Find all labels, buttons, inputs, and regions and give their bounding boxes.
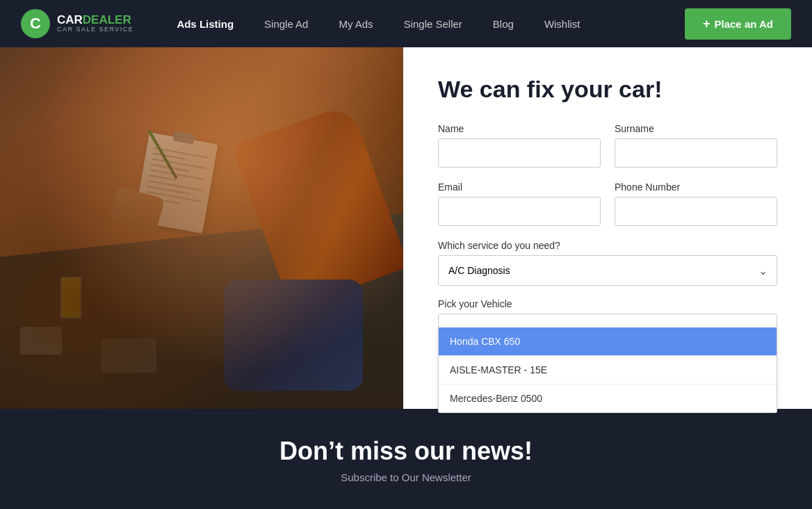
logo[interactable]: C CAR DEALER CAR SALE SERVICE bbox=[21, 9, 133, 38]
nav-ads-listing[interactable]: Ads Listing bbox=[161, 0, 249, 47]
surname-label: Surname bbox=[615, 123, 777, 134]
phone-label: Phone Number bbox=[615, 181, 777, 193]
logo-sub: CAR SALE SERVICE bbox=[57, 26, 133, 33]
service-select[interactable]: A/C Diagnosis Oil Change Brake Repair Ti… bbox=[438, 255, 777, 286]
vehicle-option-aisle[interactable]: AISLE-MASTER - 15E bbox=[439, 355, 777, 384]
logo-text: CAR DEALER CAR SALE SERVICE bbox=[57, 14, 133, 34]
name-field: Name bbox=[438, 123, 601, 168]
navbar: C CAR DEALER CAR SALE SERVICE Ads Listin… bbox=[0, 0, 812, 47]
email-input[interactable] bbox=[438, 197, 601, 226]
vehicle-option-mercedes[interactable]: Mercedes-Benz 0500 bbox=[439, 384, 777, 412]
logo-car: CAR bbox=[57, 14, 83, 27]
surname-input[interactable] bbox=[615, 138, 777, 168]
logo-dealer: DEALER bbox=[83, 14, 131, 27]
nav-single-seller[interactable]: Single Seller bbox=[389, 0, 478, 47]
newsletter-subtitle: Subscribe to Our Newsletter bbox=[14, 471, 798, 483]
service-label: Which service do you need? bbox=[438, 240, 777, 251]
name-label: Name bbox=[438, 123, 601, 134]
place-ad-label: Place an Ad bbox=[715, 18, 773, 30]
name-input[interactable] bbox=[438, 138, 601, 168]
form-panel: We can fix your car! Name Surname Email … bbox=[403, 47, 812, 409]
email-phone-row: Email Phone Number bbox=[438, 181, 777, 226]
nav-links: Ads Listing Single Ad My Ads Single Sell… bbox=[161, 0, 685, 47]
vehicle-picker: Pick your Vehicle Honda CBX 650 AISLE-MA… bbox=[438, 298, 777, 343]
vehicle-dropdown: Honda CBX 650 AISLE-MASTER - 15E Mercede… bbox=[438, 328, 777, 413]
email-label: Email bbox=[438, 181, 601, 193]
nav-wishlist[interactable]: Wishlist bbox=[529, 0, 596, 47]
phone-input[interactable] bbox=[615, 197, 777, 226]
nav-single-ad[interactable]: Single Ad bbox=[249, 0, 323, 47]
main-section: We can fix your car! Name Surname Email … bbox=[0, 47, 812, 409]
service-wrapper: Which service do you need? A/C Diagnosis… bbox=[438, 240, 777, 286]
phone-field: Phone Number bbox=[615, 181, 777, 226]
email-field: Email bbox=[438, 181, 601, 226]
vehicle-option-honda[interactable]: Honda CBX 650 bbox=[439, 328, 777, 355]
newsletter-title: Don’t miss our news! bbox=[14, 437, 798, 466]
form-title: We can fix your car! bbox=[438, 75, 777, 104]
vehicle-label: Pick your Vehicle bbox=[438, 298, 777, 309]
service-select-wrapper: A/C Diagnosis Oil Change Brake Repair Ti… bbox=[438, 255, 777, 286]
place-ad-button[interactable]: + Place an Ad bbox=[685, 8, 791, 40]
nav-blog[interactable]: Blog bbox=[478, 0, 529, 47]
plus-icon: + bbox=[703, 17, 710, 31]
newsletter-section: Don’t miss our news! Subscribe to Our Ne… bbox=[0, 409, 812, 509]
scene-overlay bbox=[0, 47, 403, 409]
nav-my-ads[interactable]: My Ads bbox=[323, 0, 388, 47]
name-surname-row: Name Surname bbox=[438, 123, 777, 168]
logo-icon: C bbox=[21, 9, 50, 38]
surname-field: Surname bbox=[615, 123, 777, 168]
hero-image bbox=[0, 47, 403, 409]
